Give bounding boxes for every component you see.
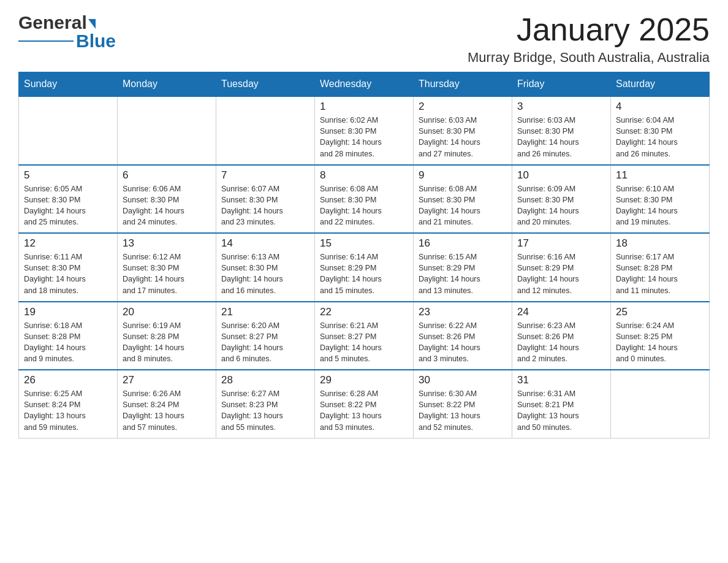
table-row: 27Sunrise: 6:26 AM Sunset: 8:24 PM Dayli… <box>118 370 216 438</box>
day-number: 20 <box>123 306 211 318</box>
day-number: 5 <box>24 169 112 182</box>
table-row: 17Sunrise: 6:16 AM Sunset: 8:29 PM Dayli… <box>512 233 611 302</box>
page-header: General Blue January 2025 Murray Bridge,… <box>18 12 710 66</box>
day-info: Sunrise: 6:14 AM Sunset: 8:29 PM Dayligh… <box>320 251 408 296</box>
title-area: January 2025 Murray Bridge, South Austra… <box>468 12 710 66</box>
day-info: Sunrise: 6:26 AM Sunset: 8:24 PM Dayligh… <box>123 388 211 433</box>
day-number: 26 <box>24 374 112 386</box>
day-info: Sunrise: 6:09 AM Sunset: 8:30 PM Dayligh… <box>517 183 605 228</box>
col-monday: Monday <box>118 72 216 97</box>
col-wednesday: Wednesday <box>315 72 414 97</box>
calendar-week-row: 19Sunrise: 6:18 AM Sunset: 8:28 PM Dayli… <box>19 302 710 370</box>
day-number: 25 <box>616 306 704 318</box>
table-row: 25Sunrise: 6:24 AM Sunset: 8:25 PM Dayli… <box>611 302 710 370</box>
day-number: 2 <box>419 101 507 113</box>
table-row <box>216 96 315 165</box>
calendar-week-row: 5Sunrise: 6:05 AM Sunset: 8:30 PM Daylig… <box>19 165 710 234</box>
table-row: 28Sunrise: 6:27 AM Sunset: 8:23 PM Dayli… <box>216 370 315 438</box>
table-row: 20Sunrise: 6:19 AM Sunset: 8:28 PM Dayli… <box>118 302 216 370</box>
day-info: Sunrise: 6:22 AM Sunset: 8:26 PM Dayligh… <box>419 320 507 365</box>
logo-text-black: General <box>18 12 87 33</box>
day-info: Sunrise: 6:12 AM Sunset: 8:30 PM Dayligh… <box>123 251 211 296</box>
day-info: Sunrise: 6:21 AM Sunset: 8:27 PM Dayligh… <box>320 320 408 365</box>
day-info: Sunrise: 6:02 AM Sunset: 8:30 PM Dayligh… <box>320 115 408 159</box>
day-info: Sunrise: 6:19 AM Sunset: 8:28 PM Dayligh… <box>123 320 211 365</box>
calendar-week-row: 1Sunrise: 6:02 AM Sunset: 8:30 PM Daylig… <box>19 96 710 165</box>
col-friday: Friday <box>512 72 611 97</box>
table-row: 30Sunrise: 6:30 AM Sunset: 8:22 PM Dayli… <box>414 370 512 438</box>
table-row: 5Sunrise: 6:05 AM Sunset: 8:30 PM Daylig… <box>19 165 118 234</box>
day-number: 13 <box>123 237 211 250</box>
day-number: 29 <box>320 374 408 386</box>
table-row: 12Sunrise: 6:11 AM Sunset: 8:30 PM Dayli… <box>19 233 118 302</box>
table-row: 3Sunrise: 6:03 AM Sunset: 8:30 PM Daylig… <box>512 96 611 165</box>
table-row: 21Sunrise: 6:20 AM Sunset: 8:27 PM Dayli… <box>216 302 315 370</box>
day-number: 7 <box>221 169 309 182</box>
table-row <box>118 96 216 165</box>
day-info: Sunrise: 6:13 AM Sunset: 8:30 PM Dayligh… <box>221 251 309 296</box>
day-number: 24 <box>517 306 605 318</box>
day-number: 11 <box>616 169 704 182</box>
table-row: 19Sunrise: 6:18 AM Sunset: 8:28 PM Dayli… <box>19 302 118 370</box>
table-row: 9Sunrise: 6:08 AM Sunset: 8:30 PM Daylig… <box>414 165 512 234</box>
table-row: 16Sunrise: 6:15 AM Sunset: 8:29 PM Dayli… <box>414 233 512 302</box>
day-number: 1 <box>320 101 408 113</box>
table-row: 15Sunrise: 6:14 AM Sunset: 8:29 PM Dayli… <box>315 233 414 302</box>
table-row: 23Sunrise: 6:22 AM Sunset: 8:26 PM Dayli… <box>414 302 512 370</box>
calendar-table: Sunday Monday Tuesday Wednesday Thursday… <box>18 72 710 439</box>
day-number: 18 <box>616 237 704 250</box>
day-info: Sunrise: 6:18 AM Sunset: 8:28 PM Dayligh… <box>24 320 112 365</box>
day-info: Sunrise: 6:20 AM Sunset: 8:27 PM Dayligh… <box>221 320 309 365</box>
table-row: 4Sunrise: 6:04 AM Sunset: 8:30 PM Daylig… <box>611 96 710 165</box>
day-info: Sunrise: 6:03 AM Sunset: 8:30 PM Dayligh… <box>517 115 605 159</box>
table-row: 14Sunrise: 6:13 AM Sunset: 8:30 PM Dayli… <box>216 233 315 302</box>
month-title: January 2025 <box>468 12 710 47</box>
table-row: 10Sunrise: 6:09 AM Sunset: 8:30 PM Dayli… <box>512 165 611 234</box>
table-row: 22Sunrise: 6:21 AM Sunset: 8:27 PM Dayli… <box>315 302 414 370</box>
col-thursday: Thursday <box>414 72 512 97</box>
col-tuesday: Tuesday <box>216 72 315 97</box>
day-number: 15 <box>320 237 408 250</box>
day-info: Sunrise: 6:07 AM Sunset: 8:30 PM Dayligh… <box>221 183 309 228</box>
day-number: 14 <box>221 237 309 250</box>
day-info: Sunrise: 6:25 AM Sunset: 8:24 PM Dayligh… <box>24 388 112 433</box>
day-number: 9 <box>419 169 507 182</box>
day-info: Sunrise: 6:15 AM Sunset: 8:29 PM Dayligh… <box>419 251 507 296</box>
day-info: Sunrise: 6:16 AM Sunset: 8:29 PM Dayligh… <box>517 251 605 296</box>
day-number: 27 <box>123 374 211 386</box>
logo-text-blue: Blue <box>76 32 116 50</box>
calendar-week-row: 12Sunrise: 6:11 AM Sunset: 8:30 PM Dayli… <box>19 233 710 302</box>
day-info: Sunrise: 6:05 AM Sunset: 8:30 PM Dayligh… <box>24 183 112 228</box>
day-number: 10 <box>517 169 605 182</box>
day-info: Sunrise: 6:04 AM Sunset: 8:30 PM Dayligh… <box>616 115 704 159</box>
day-number: 23 <box>419 306 507 318</box>
col-saturday: Saturday <box>611 72 710 97</box>
table-row: 11Sunrise: 6:10 AM Sunset: 8:30 PM Dayli… <box>611 165 710 234</box>
location-subtitle: Murray Bridge, South Australia, Australi… <box>468 50 710 66</box>
day-info: Sunrise: 6:17 AM Sunset: 8:28 PM Dayligh… <box>616 251 704 296</box>
table-row: 13Sunrise: 6:12 AM Sunset: 8:30 PM Dayli… <box>118 233 216 302</box>
day-number: 30 <box>419 374 507 386</box>
day-number: 19 <box>24 306 112 318</box>
table-row: 6Sunrise: 6:06 AM Sunset: 8:30 PM Daylig… <box>118 165 216 234</box>
table-row: 8Sunrise: 6:08 AM Sunset: 8:30 PM Daylig… <box>315 165 414 234</box>
day-info: Sunrise: 6:28 AM Sunset: 8:22 PM Dayligh… <box>320 388 408 433</box>
day-number: 6 <box>123 169 211 182</box>
day-info: Sunrise: 6:23 AM Sunset: 8:26 PM Dayligh… <box>517 320 605 365</box>
day-number: 21 <box>221 306 309 318</box>
table-row: 24Sunrise: 6:23 AM Sunset: 8:26 PM Dayli… <box>512 302 611 370</box>
day-number: 16 <box>419 237 507 250</box>
logo-triangle-icon <box>88 19 96 29</box>
day-info: Sunrise: 6:08 AM Sunset: 8:30 PM Dayligh… <box>320 183 408 228</box>
table-row: 31Sunrise: 6:31 AM Sunset: 8:21 PM Dayli… <box>512 370 611 438</box>
table-row: 18Sunrise: 6:17 AM Sunset: 8:28 PM Dayli… <box>611 233 710 302</box>
day-info: Sunrise: 6:08 AM Sunset: 8:30 PM Dayligh… <box>419 183 507 228</box>
table-row: 26Sunrise: 6:25 AM Sunset: 8:24 PM Dayli… <box>19 370 118 438</box>
day-info: Sunrise: 6:03 AM Sunset: 8:30 PM Dayligh… <box>419 115 507 159</box>
table-row <box>19 96 118 165</box>
day-number: 28 <box>221 374 309 386</box>
calendar-header-row: Sunday Monday Tuesday Wednesday Thursday… <box>19 72 710 97</box>
day-info: Sunrise: 6:24 AM Sunset: 8:25 PM Dayligh… <box>616 320 704 365</box>
day-info: Sunrise: 6:10 AM Sunset: 8:30 PM Dayligh… <box>616 183 704 228</box>
table-row: 1Sunrise: 6:02 AM Sunset: 8:30 PM Daylig… <box>315 96 414 165</box>
